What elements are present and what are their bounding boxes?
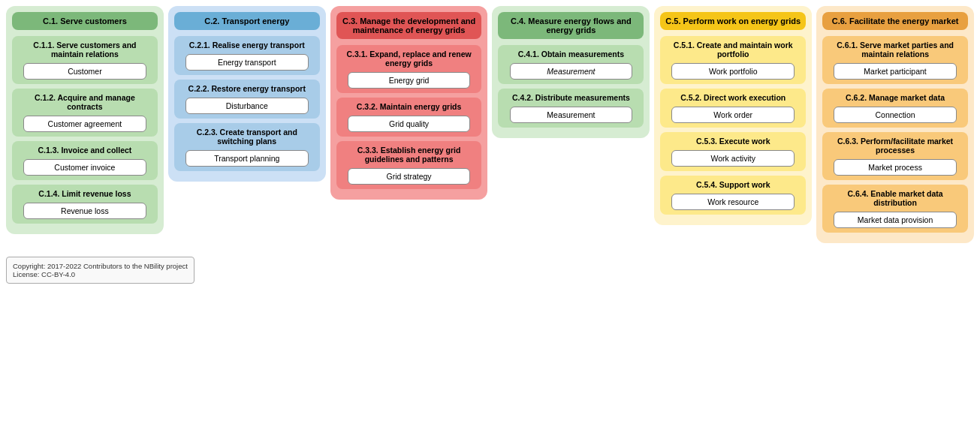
column-header-c3: C.3. Manage the development and maintena… [336,12,482,39]
entity-box-c6-3[interactable]: Market data provision [834,212,957,228]
section-c6-1: C.6.2. Manage market dataConnection [822,89,968,128]
license-text: License: CC-BY-4.0 [13,270,188,278]
section-title-c1-0: C.1.1. Serve customers and maintain rela… [17,41,153,59]
section-title-c3-1: C.3.2. Maintain energy grids [341,102,478,111]
section-c5-2: C.5.3. Execute workWork activity [660,132,806,171]
entity-box-c3-1[interactable]: Grid quality [348,116,471,132]
section-title-c1-2: C.1.3. Invoice and collect [17,146,153,155]
column-header-c5: C.5. Perform work on energy grids [660,12,806,30]
entity-box-c4-1[interactable]: Measurement [510,107,633,123]
section-title-c6-2: C.6.3. Perform/facilitate market process… [827,137,963,155]
section-c2-0: C.2.1. Realise energy transportEnergy tr… [174,36,320,75]
entity-box-c2-2[interactable]: Transport planning [185,150,309,167]
column-c2: C.2. Transport energyC.2.1. Realise ener… [168,6,326,182]
entity-box-c3-0[interactable]: Energy grid [348,72,471,89]
section-c3-2: C.3.3. Establish energy grid guidelines … [336,141,482,189]
copyright-text: Copyright: 2017-2022 Contributors to the… [13,262,188,270]
section-c6-2: C.6.3. Perform/facilitate market process… [822,132,968,180]
section-c6-3: C.6.4. Enable market data distributionMa… [822,185,968,233]
section-title-c1-1: C.1.2. Acquire and manage contracts [17,93,153,111]
section-c5-1: C.5.2. Direct work executionWork order [660,89,806,128]
section-title-c4-0: C.4.1. Obtain measurements [502,50,639,59]
section-c1-2: C.1.3. Invoice and collectCustomer invoi… [12,141,158,180]
entity-box-c4-0[interactable]: Measurement [510,63,633,80]
section-c4-1: C.4.2. Distribute measurementsMeasuremen… [498,89,644,128]
column-c3: C.3. Manage the development and maintena… [330,6,488,200]
column-c5: C.5. Perform work on energy gridsC.5.1. … [654,6,812,225]
section-c3-1: C.3.2. Maintain energy gridsGrid quality [336,98,482,137]
section-title-c3-0: C.3.1. Expand, replace and renew energy … [341,50,478,68]
column-c4: C.4. Measure energy flows and energy gri… [492,6,650,138]
footer: Copyright: 2017-2022 Contributors to the… [6,257,194,284]
entity-box-c1-0[interactable]: Customer [23,63,146,80]
entity-box-c5-2[interactable]: Work activity [671,150,795,167]
section-title-c1-3: C.1.4. Limit revenue loss [17,189,153,198]
section-c5-0: C.5.1. Create and maintain work portfoli… [660,36,806,84]
column-header-c6: C.6. Facilitate the energy market [822,12,968,30]
entity-box-c5-0[interactable]: Work portfolio [671,63,795,80]
section-title-c6-3: C.6.4. Enable market data distribution [827,189,963,207]
entity-box-c1-1[interactable]: Customer agreement [23,116,146,132]
entity-box-c3-2[interactable]: Grid strategy [348,168,471,185]
column-c6: C.6. Facilitate the energy marketC.6.1. … [816,6,974,243]
entity-box-c6-2[interactable]: Market process [834,159,957,176]
column-header-c2: C.2. Transport energy [174,12,320,30]
section-c5-3: C.5.4. Support workWork resource [660,176,806,215]
entity-box-c5-3[interactable]: Work resource [671,194,795,210]
entity-box-c6-1[interactable]: Connection [834,107,957,123]
section-c2-1: C.2.2. Restore energy transportDisturban… [174,80,320,119]
column-header-c1: C.1. Serve customers [12,12,158,30]
section-c2-2: C.2.3. Create transport and switching pl… [174,123,320,171]
entity-box-c2-1[interactable]: Disturbance [185,98,309,114]
column-c1: C.1. Serve customersC.1.1. Serve custome… [6,6,164,234]
section-c1-3: C.1.4. Limit revenue lossRevenue loss [12,185,158,224]
entity-box-c6-0[interactable]: Market participant [834,63,957,80]
section-title-c4-1: C.4.2. Distribute measurements [502,93,639,102]
column-header-c4: C.4. Measure energy flows and energy gri… [498,12,644,39]
section-title-c5-3: C.5.4. Support work [665,180,801,189]
section-title-c5-0: C.5.1. Create and maintain work portfoli… [665,41,801,59]
main-container: C.1. Serve customersC.1.1. Serve custome… [6,6,974,243]
entity-box-c5-1[interactable]: Work order [671,107,795,123]
entity-box-c1-3[interactable]: Revenue loss [23,203,146,219]
section-title-c3-2: C.3.3. Establish energy grid guidelines … [341,146,478,164]
section-title-c2-2: C.2.3. Create transport and switching pl… [179,128,315,146]
section-c1-0: C.1.1. Serve customers and maintain rela… [12,36,158,84]
section-c1-1: C.1.2. Acquire and manage contractsCusto… [12,89,158,137]
section-c6-0: C.6.1. Serve market parties and maintain… [822,36,968,84]
section-title-c6-0: C.6.1. Serve market parties and maintain… [827,41,963,59]
section-title-c5-2: C.5.3. Execute work [665,137,801,146]
section-c3-0: C.3.1. Expand, replace and renew energy … [336,45,482,93]
section-title-c5-1: C.5.2. Direct work execution [665,93,801,102]
entity-box-c2-0[interactable]: Energy transport [185,54,309,71]
section-title-c2-0: C.2.1. Realise energy transport [179,41,315,50]
section-title-c6-1: C.6.2. Manage market data [827,93,963,102]
section-c4-0: C.4.1. Obtain measurementsMeasurement [498,45,644,84]
section-title-c2-1: C.2.2. Restore energy transport [179,84,315,93]
entity-box-c1-2[interactable]: Customer invoice [23,159,146,176]
